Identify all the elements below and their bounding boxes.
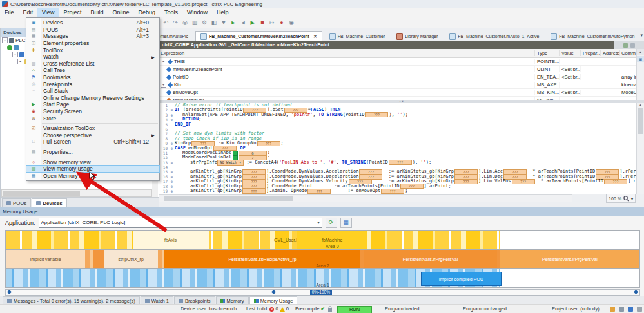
settings-icon[interactable]: ⚙: [200, 19, 209, 27]
undo-icon[interactable]: ↶: [161, 19, 170, 27]
compile-icon[interactable]: ◧: [210, 19, 219, 27]
options-icon[interactable]: [630, 43, 635, 48]
menu-item-view-memory-usage[interactable]: ▥View memory usage: [26, 166, 159, 173]
step-icon[interactable]: ↦: [268, 19, 277, 27]
menu-item-breakpoints[interactable]: ◎Breakpoints: [26, 81, 159, 88]
navigator-tab-pous[interactable]: POUs: [2, 198, 31, 207]
tree-expand-icon[interactable]: -: [12, 52, 18, 57]
menu-item-security-screen[interactable]: ◉Security Screen: [26, 108, 159, 115]
scroll-up-icon[interactable]: ▲: [637, 49, 644, 55]
menubar-item-project[interactable]: Project: [59, 8, 86, 17]
find-icon[interactable]: ◎: [181, 19, 190, 27]
menu-item-visualization-toolbox[interactable]: ◰Visualization ToolBox: [26, 125, 159, 132]
row-expand-icon[interactable]: +: [161, 59, 166, 64]
code-horizontal-scrollbar[interactable]: [159, 194, 572, 202]
watch-icon[interactable]: ◉: [287, 19, 296, 27]
menubar-item-build[interactable]: Build: [86, 8, 108, 17]
menu-item-open-memory-scan[interactable]: ▦Open Memory Scan...: [26, 172, 159, 179]
inline-monitor-box[interactable]: ???: [365, 112, 388, 117]
inline-monitor-box[interactable]: ???: [307, 189, 331, 194]
login-icon[interactable]: ►: [229, 19, 238, 27]
column-header-expression[interactable]: Expression: [159, 50, 535, 56]
menu-item-toolbox[interactable]: ✚ToolBox: [26, 46, 159, 53]
menu-item-online-change-memory-reserve-settings[interactable]: Online Change Memory Reserve Settings: [26, 95, 159, 102]
menu-item-devices[interactable]: ▣DevicesAlt+0: [26, 19, 159, 26]
table-row[interactable]: enMoveOptMB_KIN...<Set br...ModeCo...: [159, 89, 637, 97]
editor-tab-library-manager[interactable]: Library Manager: [392, 32, 442, 41]
menu-item-choose-perspective[interactable]: Choose perspective▶: [26, 132, 159, 139]
editor-tab-fb-machine-customer-mautopython[interactable]: FB_Machine_Customer.mAutoPython: [546, 32, 639, 41]
column-header-value[interactable]: Value: [560, 50, 581, 56]
slider-handle-right[interactable]: [634, 290, 638, 294]
logout-icon[interactable]: ◄: [239, 19, 248, 27]
editor-tab-fb-machine-customer[interactable]: FB_Machine_Customer: [325, 32, 390, 41]
table-row[interactable]: mMoveKin2TeachPointULINT<Set br...: [159, 66, 637, 73]
menubar-item-view[interactable]: View: [37, 8, 59, 17]
row-expand-icon[interactable]: +: [161, 82, 166, 88]
combo-dropdown-icon[interactable]: ▾: [318, 220, 320, 225]
column-header-type[interactable]: Type: [535, 50, 560, 56]
menubar-item-debug[interactable]: Debug: [133, 8, 160, 17]
slider-handle-left[interactable]: [7, 290, 12, 294]
run-icon[interactable]: ▶: [248, 19, 257, 27]
compare-icon[interactable]: [623, 43, 628, 48]
download-icon[interactable]: ▼: [219, 19, 228, 27]
menu-item-element-properties[interactable]: ◫Element properties: [26, 40, 159, 47]
menubar-item-online[interactable]: Online: [108, 8, 133, 17]
menubar-item-window[interactable]: Window: [182, 8, 212, 17]
table-row[interactable]: +KinMB_AXE...kinemati...: [159, 81, 637, 89]
devices-horizontal-scrollbar[interactable]: [1, 189, 152, 197]
menu-item-cross-reference-list[interactable]: ▥Cross Reference List: [26, 61, 159, 68]
menu-item-bookmarks[interactable]: ⚑Bookmarks: [26, 74, 159, 81]
close-tab-icon[interactable]: ✕: [313, 34, 317, 39]
zoom-dropdown-icon[interactable]: ▾: [631, 196, 633, 201]
menu-item-properties[interactable]: ▤Properties...: [26, 149, 159, 156]
devices-icon[interactable]: ▥: [190, 19, 199, 27]
code-vertical-scrollbar[interactable]: ▲: [636, 103, 644, 194]
column-header-address[interactable]: Address: [601, 50, 620, 56]
expand-declaration-icon[interactable]: ⊞: [637, 56, 644, 62]
inline-monitor-box[interactable]: ???: [389, 160, 412, 165]
slider-handle-mid[interactable]: [271, 290, 276, 294]
memory-range-slider[interactable]: 0%-100%: [5, 289, 640, 296]
navigator-tab-devices[interactable]: Devices: [32, 198, 66, 207]
menu-item-watch[interactable]: Watch▶: [26, 53, 159, 61]
application-combobox[interactable]: Application [ctrlX_CORE: PLC Logic] ▾: [39, 218, 322, 228]
breakpoint-icon[interactable]: ●: [277, 19, 286, 27]
menu-item-call-tree[interactable]: ∴Call Tree: [26, 67, 159, 74]
table-row[interactable]: +THISPOINTE...: [159, 58, 637, 66]
refresh-button[interactable]: ⟳: [326, 218, 337, 228]
menu-item-show-memory-view[interactable]: ○Show memory view: [26, 158, 159, 166]
inline-monitor-box[interactable]: ???: [381, 189, 404, 194]
editor-zoom-control[interactable]: 100 % ▾: [606, 194, 636, 203]
tree-expand-icon[interactable]: -: [2, 37, 8, 43]
inline-monitor-box[interactable]: ???: [454, 179, 478, 184]
menubar-item-edit[interactable]: Edit: [19, 8, 38, 17]
stop-icon[interactable]: ■: [258, 19, 267, 27]
tree-expand-icon[interactable]: +: [17, 59, 23, 64]
code-editor[interactable]: 1// Raise error if teachpoint is not def…: [159, 103, 637, 194]
inline-watch-box[interactable]: NO Watch ▾: [217, 160, 244, 166]
save-snapshot-button[interactable]: ▦: [340, 218, 352, 228]
inline-monitor-box[interactable]: ???: [257, 141, 280, 146]
menu-item-start-page[interactable]: ▶Start Page: [26, 101, 159, 108]
menu-item-call-stack[interactable]: ≡Call Stack: [26, 88, 159, 95]
inline-monitor-box[interactable]: ???: [512, 179, 535, 184]
tab-overflow-button[interactable]: ▾: [640, 33, 643, 38]
menubar-item-help[interactable]: Help: [212, 8, 233, 17]
editor-tab-fb-machine-customer-mauto-1-active[interactable]: FB_Machine_Customer.mAuto_1_Active: [445, 32, 543, 41]
table-row[interactable]: PointIDEN_TEA...<Set br...array in...: [159, 73, 637, 81]
menu-item-store[interactable]: wStore: [26, 115, 159, 122]
declaration-scrollbar[interactable]: ▲ ⊞: [636, 49, 644, 100]
column-header-comm[interactable]: Comm...: [620, 50, 637, 56]
menubar-item-file[interactable]: File: [0, 8, 19, 17]
redo-icon[interactable]: ↷: [171, 19, 180, 27]
menu-item-pous[interactable]: ▤POUsAlt+1: [26, 26, 159, 33]
inline-monitor-box[interactable]: ???: [604, 179, 627, 184]
inline-monitor-box[interactable]: ???: [242, 189, 266, 194]
editor-tab-fb-machine-customer-mmovekin2teachpoint[interactable]: FB_Machine_Customer.mMoveKin2TeachPoint✕: [195, 31, 322, 41]
menu-item-messages[interactable]: ▦MessagesAlt+3: [26, 33, 159, 40]
menu-item-full-screen[interactable]: □Full ScreenCtrl+Shift+F12: [26, 138, 159, 146]
menubar-item-tools[interactable]: Tools: [160, 8, 182, 17]
column-header-prepar[interactable]: Prepar...: [581, 50, 601, 56]
